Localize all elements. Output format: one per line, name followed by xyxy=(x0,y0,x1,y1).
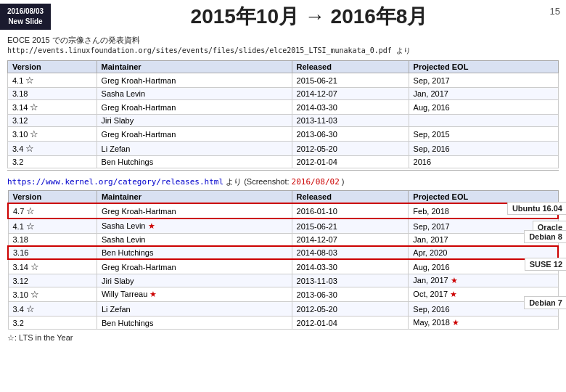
cell-eol: Sep, 2015 xyxy=(409,127,558,142)
badge-date: 2016/08/03 xyxy=(4,7,46,17)
section1-text: EOCE 2015 での宗像さんの発表資料 http://events.linu… xyxy=(0,33,566,57)
table-row: 3.14 ☆ Greg Kroah-Hartman 2014-03-30 Aug… xyxy=(8,100,559,115)
cell-released: 2016-01-10 xyxy=(292,203,409,219)
cell-version: 4.1 ☆ xyxy=(8,219,97,234)
cell-eol xyxy=(409,115,558,127)
table-row: 4.7 ☆ Greg Kroah-Hartman 2016-01-10 Feb,… xyxy=(8,203,558,219)
cell-eol: Jan, 2017 xyxy=(409,88,558,100)
cell-maintainer: Sasha Levin xyxy=(97,234,292,247)
cell-maintainer: Greg Kroah-Hartman xyxy=(97,127,292,142)
cell-released: 2014-12-07 xyxy=(292,234,409,247)
cell-version: 3.4 ☆ xyxy=(8,302,97,317)
cell-version: 3.2 xyxy=(8,156,97,168)
table-row: 3.16 Ben Hutchings 2014-08-03 Apr, 2020 xyxy=(8,246,558,259)
section2-prefix: より (Screenshot: xyxy=(226,177,291,186)
cell-eol: May, 2018 ★ xyxy=(409,317,558,330)
col-maintainer-2: Maintainer xyxy=(97,191,292,204)
table-row: 3.12 Jiri Slaby 2013-11-03 xyxy=(8,115,559,127)
cell-eol: 2016 xyxy=(409,156,558,168)
table2-wrapper: Version Maintainer Released Projected EO… xyxy=(0,189,566,331)
badge-label: New Slide xyxy=(4,17,46,27)
col-eol-1: Projected EOL xyxy=(409,61,558,73)
annot-suse12: SUSE 12 xyxy=(525,258,566,271)
cell-maintainer: Ben Hutchings xyxy=(97,246,292,259)
table-row: 3.18 Sasha Levin 2014-12-07 Jan, 2017 xyxy=(8,88,559,100)
col-version-1: Version xyxy=(8,61,97,73)
cell-released: 2014-08-03 xyxy=(292,246,409,259)
col-version-2: Version xyxy=(8,191,97,204)
cell-version: 3.12 xyxy=(8,115,97,127)
cell-maintainer: Jiri Slaby xyxy=(97,274,292,287)
cell-maintainer: Ben Hutchings xyxy=(97,156,292,168)
annot-ubuntu: Ubuntu 16.04 xyxy=(507,202,566,215)
section2-link: https://www.kernel.org/category/releases… xyxy=(0,175,566,189)
cell-maintainer: Willy Tarreau ★ xyxy=(97,287,292,302)
cell-maintainer: Greg Kroah-Hartman xyxy=(97,203,292,219)
table-row: 4.1 ☆ Sasha Levin ★ 2015-06-21 Sep, 2017 xyxy=(8,219,558,234)
cell-released: 2014-03-30 xyxy=(292,259,409,274)
cell-version: 3.14 ☆ xyxy=(8,259,97,274)
cell-eol: Aug, 2016 xyxy=(409,100,558,115)
cell-maintainer: Greg Kroah-Hartman xyxy=(97,259,292,274)
cell-maintainer: Greg Kroah-Hartman xyxy=(97,73,292,88)
cell-released: 2012-01-04 xyxy=(292,156,409,168)
table2: Version Maintainer Released Projected EO… xyxy=(7,190,559,330)
cell-released: 2012-01-04 xyxy=(292,317,409,330)
cell-version: 3.18 xyxy=(8,234,97,247)
cell-version: 4.7 ☆ xyxy=(8,203,97,219)
cell-released: 2013-06-30 xyxy=(292,127,409,142)
table1: Version Maintainer Released Projected EO… xyxy=(7,60,559,168)
cell-maintainer: Greg Kroah-Hartman xyxy=(97,100,292,115)
section2-date: 2016/08/02 xyxy=(292,177,340,187)
table-row: 4.1 ☆ Greg Kroah-Hartman 2015-06-21 Sep,… xyxy=(8,73,559,88)
section2-url[interactable]: https://www.kernel.org/category/releases… xyxy=(7,177,223,187)
cell-version: 3.14 ☆ xyxy=(8,100,97,115)
section1-line2: http://events.linuxfoundation.org/sites/… xyxy=(7,46,559,56)
table-row: 3.14 ☆ Greg Kroah-Hartman 2014-03-30 Aug… xyxy=(8,259,558,274)
cell-released: 2014-12-07 xyxy=(292,88,409,100)
cell-maintainer: Sasha Levin ★ xyxy=(97,219,292,234)
cell-released: 2015-06-21 xyxy=(292,73,409,88)
section-divider xyxy=(7,170,559,171)
cell-released: 2013-11-03 xyxy=(292,274,409,287)
cell-eol: Sep, 2016 xyxy=(409,142,558,156)
table-row: 3.12 Jiri Slaby 2013-11-03 Jan, 2017 ★ xyxy=(8,274,558,287)
section2-suffix: ) xyxy=(342,177,345,186)
table1-wrapper: Version Maintainer Released Projected EO… xyxy=(0,59,566,170)
cell-released: 2013-06-30 xyxy=(292,287,409,302)
cell-released: 2013-11-03 xyxy=(292,115,409,127)
col-released-2: Released xyxy=(292,191,409,204)
section1-line1: EOCE 2015 での宗像さんの発表資料 xyxy=(7,35,559,46)
cell-version: 3.16 xyxy=(8,246,97,259)
cell-version: 3.12 xyxy=(8,274,97,287)
cell-eol: Jan, 2017 ★ xyxy=(409,274,558,287)
cell-released: 2012-05-20 xyxy=(292,142,409,156)
table-row: 3.18 Sasha Levin 2014-12-07 Jan, 2017 xyxy=(8,234,558,247)
col-released-1: Released xyxy=(292,61,409,73)
cell-released: 2015-06-21 xyxy=(292,219,409,234)
cell-version: 3.18 xyxy=(8,88,97,100)
cell-released: 2014-03-30 xyxy=(292,100,409,115)
annot-debian8: Debian 8 xyxy=(524,230,566,243)
page-number: 15 xyxy=(550,6,560,17)
table-row: 3.10 ☆ Willy Tarreau ★ 2013-06-30 Oct, 2… xyxy=(8,287,558,302)
cell-maintainer: Li Zefan xyxy=(97,142,292,156)
cell-version: 4.1 ☆ xyxy=(8,73,97,88)
cell-version: 3.4 ☆ xyxy=(8,142,97,156)
table-row: 3.2 Ben Hutchings 2012-01-04 May, 2018 ★ xyxy=(8,317,558,330)
cell-maintainer: Jiri Slaby xyxy=(97,115,292,127)
table-row: 3.4 ☆ Li Zefan 2012-05-20 Sep, 2016 xyxy=(8,302,558,317)
cell-released: 2012-05-20 xyxy=(292,302,409,317)
table-row: 3.2 Ben Hutchings 2012-01-04 2016 xyxy=(8,156,559,168)
cell-maintainer: Li Zefan xyxy=(97,302,292,317)
cell-maintainer: Sasha Levin xyxy=(97,88,292,100)
cell-maintainer: Ben Hutchings xyxy=(97,317,292,330)
cell-version: 3.10 ☆ xyxy=(8,287,97,302)
table-row: 3.4 ☆ Li Zefan 2012-05-20 Sep, 2016 xyxy=(8,142,559,156)
annot-debian7: Debian 7 xyxy=(524,296,566,309)
cell-version: 3.2 xyxy=(8,317,97,330)
table-row: 3.10 ☆ Greg Kroah-Hartman 2013-06-30 Sep… xyxy=(8,127,559,142)
header: 2016/08/03 New Slide 2015年10月 → 2016年8月 … xyxy=(0,0,566,33)
col-maintainer-1: Maintainer xyxy=(97,61,292,73)
cell-eol: Sep, 2017 xyxy=(409,73,558,88)
